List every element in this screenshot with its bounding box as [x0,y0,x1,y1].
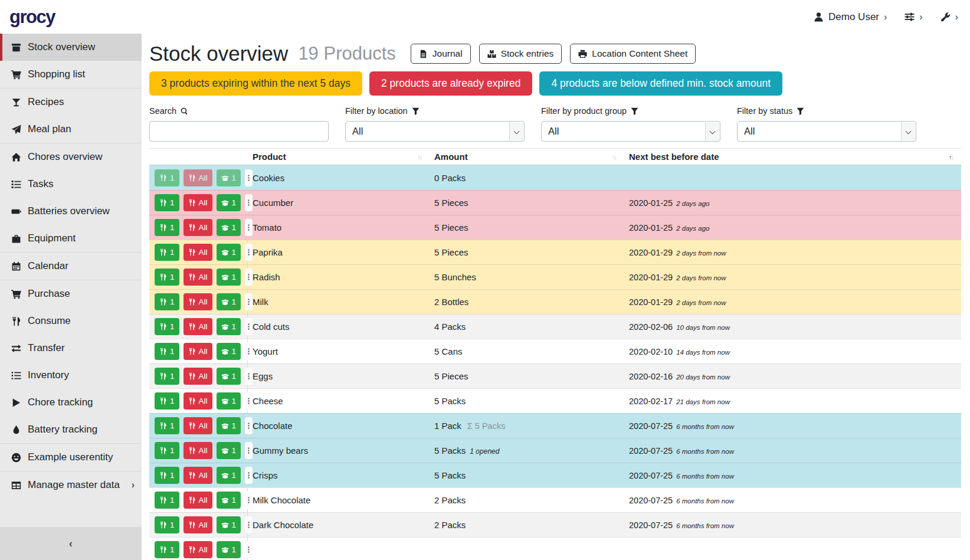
product-name[interactable]: Dark Chocolate [248,520,430,530]
consume-all-button[interactable]: All [183,442,212,459]
sidebar-item-batteries-overview[interactable]: Batteries overview › [0,198,142,225]
open-one-button[interactable]: 1 [217,318,241,335]
sort-icon[interactable]: ↑↓ [417,153,430,161]
product-name[interactable]: Yogurt [248,346,430,356]
below-min-stock-alert[interactable]: 4 products are below defined min. stock … [539,71,782,96]
sort-icon[interactable]: ↑↓ [612,153,624,161]
sidebar-item-purchase[interactable]: Purchase › [0,280,142,307]
consume-one-button[interactable]: 1 [155,442,179,459]
consume-one-button[interactable]: 1 [155,368,179,385]
location-content-sheet-button[interactable]: Location Content Sheet [570,44,696,64]
consume-one-button[interactable]: 1 [155,268,179,286]
product-name[interactable]: Cheese [248,396,430,406]
sidebar-item-recipes[interactable]: Recipes › [0,89,142,116]
consume-one-button[interactable]: 1 [155,318,179,335]
search-input[interactable] [149,121,329,142]
consume-one-button[interactable]: 1 [155,293,179,310]
sidebar-item-tasks[interactable]: Tasks › [0,171,142,198]
open-one-button[interactable]: 1 [217,417,241,434]
consume-one-button[interactable]: 1 [155,169,179,186]
consume-all-button[interactable]: All [183,293,212,310]
open-one-button[interactable]: 1 [217,368,241,385]
consume-all-button[interactable]: All [183,492,212,509]
consume-one-button[interactable]: 1 [155,219,179,236]
app-logo[interactable]: grocy [9,6,55,28]
sidebar-item-example-userentity[interactable]: Example userentity › [0,444,142,471]
product-name[interactable]: Cookies [248,173,430,183]
consume-all-button[interactable]: All [183,244,212,261]
journal-button[interactable]: Journal [411,44,471,64]
consume-one-button[interactable]: 1 [155,343,179,360]
sidebar-item-calendar[interactable]: Calendar › [0,253,142,280]
sidebar-item-equipment[interactable]: Equipment › [0,225,142,252]
sidebar-item-transfer[interactable]: Transfer › [0,335,142,362]
consume-all-button[interactable]: All [183,541,212,558]
open-one-button[interactable]: 1 [217,343,241,360]
consume-all-button[interactable]: All [183,268,212,286]
product-group-select[interactable]: All [541,121,720,142]
sort-icon[interactable]: ↑↓ [949,153,961,161]
consume-all-button[interactable]: All [183,318,212,335]
consume-one-button[interactable]: 1 [155,392,179,410]
product-name[interactable]: Radish [248,272,430,282]
consume-one-button[interactable]: 1 [155,417,179,434]
open-one-button[interactable]: 1 [217,516,241,533]
open-one-button[interactable]: 1 [217,268,241,286]
open-one-button[interactable]: 1 [217,541,241,558]
expiring-alert[interactable]: 3 products expiring within the next 5 da… [149,71,362,96]
user-menu[interactable]: Demo User › [814,11,887,23]
sidebar-item-inventory[interactable]: Inventory › [0,362,142,389]
consume-all-button[interactable]: All [183,194,212,211]
sidebar-item-chore-tracking[interactable]: Chore tracking › [0,389,142,416]
settings-menu[interactable]: › [905,12,922,22]
open-one-button[interactable]: 1 [217,492,241,509]
consume-one-button[interactable]: 1 [155,516,179,533]
sidebar-item-meal-plan[interactable]: Meal plan › [0,116,142,143]
product-name[interactable]: Tomato [248,222,430,232]
product-name[interactable]: Cucumber [248,198,430,208]
open-one-button[interactable]: 1 [217,169,241,186]
product-name[interactable]: Gummy bears [248,446,430,456]
product-name[interactable]: Milk [248,297,430,307]
product-name[interactable]: Eggs [248,371,430,381]
product-name[interactable]: Cold cuts [248,322,430,332]
product-name[interactable]: Crisps [248,470,430,480]
product-name[interactable]: Chocolate [248,421,430,431]
consume-all-button[interactable]: All [183,219,212,236]
consume-one-button[interactable]: 1 [155,244,179,261]
expired-alert[interactable]: 2 products are already expired [369,71,532,96]
consume-all-button[interactable]: All [183,368,212,385]
consume-all-button[interactable]: All [183,392,212,410]
consume-one-button[interactable]: 1 [155,467,179,484]
sidebar-item-shopping-list[interactable]: Shopping list › [0,61,142,88]
consume-all-button[interactable]: All [183,516,212,533]
open-one-button[interactable]: 1 [217,442,241,459]
bbd-date: 2020-01-29 [629,297,673,307]
open-one-button[interactable]: 1 [217,194,241,211]
open-one-button[interactable]: 1 [217,293,241,310]
open-one-button[interactable]: 1 [217,219,241,236]
product-name[interactable]: Milk Chocolate [248,495,430,505]
consume-all-button[interactable]: All [183,169,212,186]
consume-one-button[interactable]: 1 [155,492,179,509]
open-one-button[interactable]: 1 [217,467,241,484]
admin-menu[interactable]: › [940,12,958,22]
open-one-button[interactable]: 1 [217,244,241,261]
open-one-button[interactable]: 1 [217,392,241,410]
consume-all-button[interactable]: All [183,467,212,484]
status-select[interactable]: All [737,121,916,142]
sidebar-item-consume[interactable]: Consume › [0,307,142,335]
stock-entries-button[interactable]: Stock entries [479,44,562,64]
row-menu-button[interactable] [245,541,253,558]
sidebar-item-chores-overview[interactable]: Chores overview › [0,143,142,171]
sidebar-item-stock-overview[interactable]: Stock overview › [0,34,142,61]
consume-all-button[interactable]: All [183,417,212,434]
product-name[interactable]: Paprika [248,247,430,257]
consume-one-button[interactable]: 1 [155,541,179,558]
sidebar-item-battery-tracking[interactable]: Battery tracking › [0,416,142,443]
consume-one-button[interactable]: 1 [155,194,179,211]
consume-all-button[interactable]: All [183,343,212,360]
sidebar-item-manage-master-data[interactable]: Manage master data › [0,471,142,499]
location-select[interactable]: All [345,121,525,142]
sidebar-collapse-button[interactable]: ‹ [0,527,142,560]
